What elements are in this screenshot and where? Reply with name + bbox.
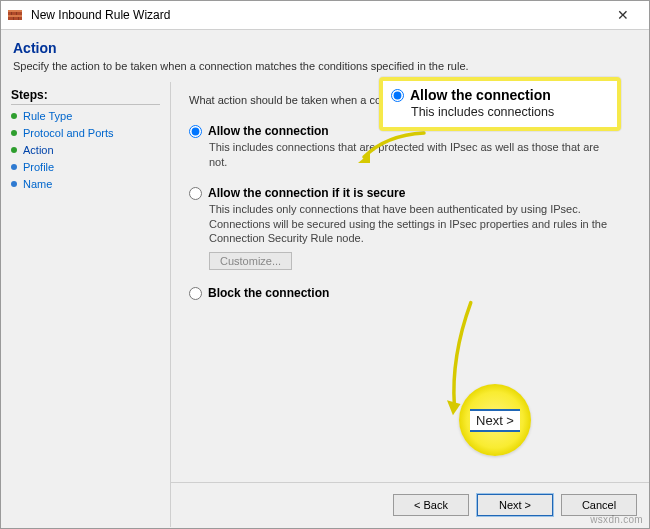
- step-label: Action: [23, 144, 54, 156]
- page-subtitle: Specify the action to be taken when a co…: [13, 60, 637, 72]
- step-label: Name: [23, 178, 52, 190]
- callout-label: Allow the connection: [410, 87, 551, 103]
- titlebar: New Inbound Rule Wizard ✕: [1, 1, 649, 30]
- option-allow-desc: This includes connections that are prote…: [209, 140, 609, 170]
- svg-rect-1: [8, 10, 22, 12]
- back-button[interactable]: < Back: [393, 494, 469, 516]
- wizard-header: Action Specify the action to be taken wh…: [1, 30, 649, 82]
- option-allow-secure-label: Allow the connection if it is secure: [208, 186, 405, 200]
- watermark: wsxdn.com: [590, 514, 643, 525]
- steps-title: Steps:: [11, 88, 160, 105]
- steps-sidebar: Steps: Rule Type Protocol and Ports Acti…: [1, 82, 171, 527]
- radio-block[interactable]: [189, 287, 202, 300]
- option-block: Block the connection: [189, 286, 631, 300]
- option-allow-secure-row[interactable]: Allow the connection if it is secure: [189, 186, 631, 200]
- step-action[interactable]: Action: [11, 144, 160, 156]
- step-label: Profile: [23, 161, 54, 173]
- step-protocol-ports[interactable]: Protocol and Ports: [11, 127, 160, 139]
- callout-desc: This includes connections: [411, 105, 609, 119]
- annotation-next-highlight: Next >: [459, 384, 531, 456]
- option-allow-secure-desc: This includes only connections that have…: [209, 202, 609, 247]
- step-name[interactable]: Name: [11, 178, 160, 190]
- step-rule-type[interactable]: Rule Type: [11, 110, 160, 122]
- option-allow-secure: Allow the connection if it is secure Thi…: [189, 186, 631, 271]
- option-block-label: Block the connection: [208, 286, 329, 300]
- cancel-button[interactable]: Cancel: [561, 494, 637, 516]
- radio-allow-secure[interactable]: [189, 187, 202, 200]
- callout-radio-icon: [391, 89, 404, 102]
- step-label: Rule Type: [23, 110, 72, 122]
- firewall-icon: [7, 7, 23, 23]
- callout-row: Allow the connection: [391, 87, 609, 103]
- step-label: Protocol and Ports: [23, 127, 114, 139]
- next-button[interactable]: Next >: [477, 494, 553, 516]
- svg-rect-6: [18, 17, 19, 20]
- page-heading: Action: [13, 40, 637, 56]
- wizard-body: Steps: Rule Type Protocol and Ports Acti…: [1, 82, 649, 527]
- svg-rect-5: [13, 17, 14, 20]
- annotation-next-label: Next >: [470, 409, 520, 432]
- svg-rect-2: [8, 15, 22, 17]
- step-profile[interactable]: Profile: [11, 161, 160, 173]
- option-block-row[interactable]: Block the connection: [189, 286, 631, 300]
- step-dot-icon: [11, 164, 17, 170]
- annotation-callout: Allow the connection This includes conne…: [379, 77, 621, 131]
- wizard-footer: < Back Next > Cancel: [171, 482, 649, 527]
- svg-rect-4: [16, 12, 17, 15]
- step-dot-icon: [11, 147, 17, 153]
- step-dot-icon: [11, 113, 17, 119]
- window-title: New Inbound Rule Wizard: [31, 8, 603, 22]
- radio-allow[interactable]: [189, 125, 202, 138]
- step-dot-icon: [11, 130, 17, 136]
- close-button[interactable]: ✕: [603, 1, 643, 29]
- wizard-window: New Inbound Rule Wizard ✕ Action Specify…: [0, 0, 650, 529]
- svg-rect-3: [11, 12, 12, 15]
- customize-button: Customize...: [209, 252, 292, 270]
- option-allow-label: Allow the connection: [208, 124, 329, 138]
- step-dot-icon: [11, 181, 17, 187]
- wizard-main: What action should be taken when a conne…: [171, 82, 649, 527]
